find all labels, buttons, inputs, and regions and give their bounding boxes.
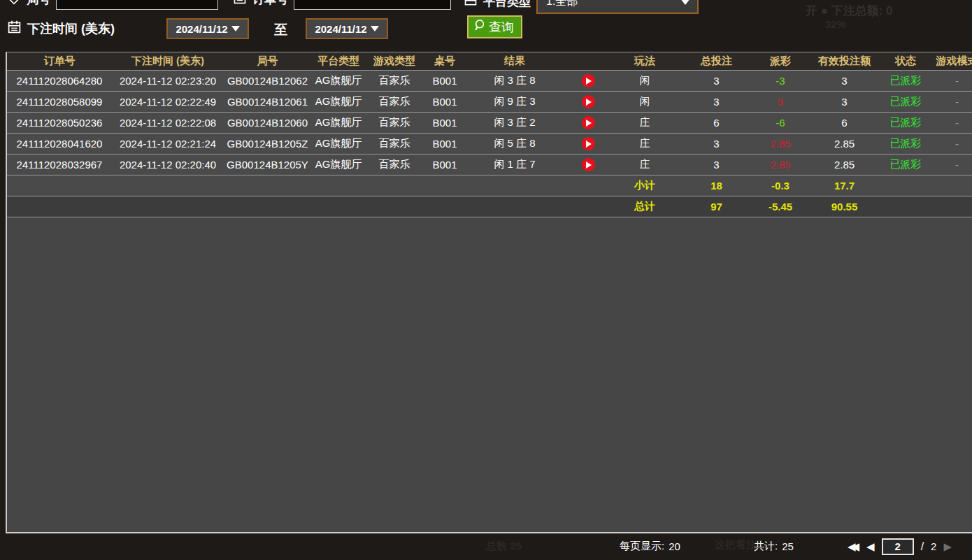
total-valid-bet: 90.55 — [804, 196, 885, 217]
cell-status: 已派彩 — [885, 155, 927, 175]
total-payout: -5.45 — [757, 196, 804, 217]
cell-order: 241112028032967 — [7, 155, 112, 175]
col-header-mode: 游戏模式 — [927, 52, 972, 71]
cell-valid-bet: 2.85 — [804, 134, 885, 155]
play-video-icon[interactable] — [582, 74, 595, 87]
cell-platform: AG旗舰厅 — [311, 92, 366, 113]
cell-table-no: B001 — [423, 155, 466, 175]
cell-result: 闲 1 庄 7 — [466, 155, 563, 175]
search-icon — [473, 18, 487, 36]
filter-bar: 局号 订单号 平台类型 1.全部 下注时间 (美东) 2024/11/12 至 … — [0, 0, 972, 52]
table-row: 241112028041620 2024-11-12 02:21:24 GB00… — [7, 134, 972, 155]
cell-game: 百家乐 — [366, 71, 423, 92]
first-page-icon[interactable]: ◀◀ — [848, 541, 859, 552]
filter-round-number: 局号 — [7, 0, 218, 10]
subtotal-payout: -0.3 — [757, 175, 804, 196]
cell-play: 庄 — [613, 134, 676, 155]
cell-result: 闲 9 庄 3 — [466, 92, 563, 113]
cell-time: 2024-11-12 02:20:40 — [112, 155, 224, 175]
table-row: 241112028032967 2024-11-12 02:20:40 GB00… — [7, 155, 972, 175]
cell-game: 百家乐 — [366, 134, 423, 155]
cell-mode: - — [927, 155, 972, 175]
col-header-round: 局号 — [224, 52, 311, 71]
col-header-game: 游戏类型 — [366, 52, 423, 71]
filter-platform-type: 平台类型 1.全部 — [464, 0, 699, 14]
cell-order: 241112028064280 — [7, 71, 112, 92]
cell-order: 241112028058099 — [7, 92, 112, 113]
cell-total-bet: 3 — [676, 92, 757, 113]
total-count-label: 共计: — [754, 540, 778, 553]
cell-round: GB00124B1205Z — [224, 134, 311, 155]
col-header-payout: 派彩 — [757, 52, 804, 71]
cell-play: 闲 — [613, 92, 676, 113]
per-page-group: 每页显示: 20 — [620, 533, 680, 560]
date-from-value: 2024/11/12 — [176, 23, 227, 35]
list-icon — [233, 0, 247, 8]
col-header-platform: 平台类型 — [311, 52, 366, 71]
cell-mode: - — [927, 92, 972, 113]
cell-round: GB00124B12062 — [224, 71, 311, 92]
date-from-picker[interactable]: 2024/11/12 — [166, 18, 249, 39]
cell-platform: AG旗舰厅 — [311, 134, 366, 155]
date-to-picker[interactable]: 2024/11/12 — [306, 18, 388, 39]
page-separator: / — [921, 540, 924, 553]
order-number-label: 订单号 — [252, 0, 288, 8]
round-number-input[interactable] — [56, 0, 218, 10]
cell-order: 241112028050236 — [7, 113, 112, 134]
query-button[interactable]: 查询 — [467, 15, 522, 38]
cell-payout: 2.85 — [757, 134, 804, 155]
cell-time: 2024-11-12 02:22:49 — [112, 92, 224, 113]
cell-table-no: B001 — [423, 134, 466, 155]
cell-platform: AG旗舰厅 — [311, 113, 366, 134]
col-header-order: 订单号 — [7, 52, 112, 71]
table-row: 241112028064280 2024-11-12 02:23:20 GB00… — [7, 71, 972, 92]
cell-order: 241112028041620 — [7, 134, 112, 155]
total-count-value: 25 — [782, 540, 794, 552]
cell-total-bet: 3 — [676, 71, 757, 92]
per-page-label: 每页显示: — [620, 540, 664, 553]
subtotal-label: 小计 — [613, 175, 676, 196]
play-video-icon[interactable] — [582, 95, 595, 108]
cell-play: 闲 — [613, 71, 676, 92]
cell-game: 百家乐 — [366, 155, 423, 175]
date-to-value: 2024/11/12 — [315, 23, 366, 35]
cell-table-no: B001 — [423, 92, 466, 113]
cell-total-bet: 3 — [676, 155, 757, 175]
cell-mode: - — [927, 134, 972, 155]
page-total: 2 — [931, 540, 936, 552]
cell-valid-bet: 3 — [804, 92, 885, 113]
total-count-group: 共计: 25 — [754, 533, 794, 560]
cell-result: 闲 3 庄 2 — [466, 113, 563, 134]
cell-result: 闲 3 庄 8 — [466, 71, 563, 92]
next-page-icon[interactable]: ▶ — [943, 541, 952, 552]
play-video-icon[interactable] — [582, 137, 595, 150]
chevron-down-icon — [680, 0, 690, 5]
pagination-bar: 每页显示: 20 共计: 25 ◀◀ ◀ / 2 ▶ — [0, 533, 972, 560]
filter-order-number: 订单号 — [233, 0, 451, 10]
col-header-time: 下注时间 (美东) — [112, 52, 224, 71]
play-video-icon[interactable] — [582, 116, 595, 129]
cards-icon — [464, 0, 478, 10]
cell-valid-bet: 2.85 — [804, 155, 885, 175]
cell-table-no: B001 — [423, 113, 466, 134]
total-total-bet: 97 — [676, 196, 757, 217]
previous-page-icon[interactable]: ◀ — [866, 541, 875, 552]
cell-status: 已派彩 — [885, 113, 927, 134]
cell-mode: - — [927, 71, 972, 92]
page-number-input[interactable] — [882, 538, 914, 555]
cell-total-bet: 3 — [676, 134, 757, 155]
cell-game: 百家乐 — [366, 92, 423, 113]
cell-status: 已派彩 — [885, 134, 927, 155]
cell-game: 百家乐 — [366, 113, 423, 134]
col-header-result: 结果 — [466, 52, 563, 71]
table-header-row: 订单号 下注时间 (美东) 局号 平台类型 游戏类型 桌号 结果 玩法 总投注 … — [7, 52, 972, 71]
order-number-input[interactable] — [294, 0, 451, 10]
col-header-status: 状态 — [885, 52, 927, 71]
play-video-icon[interactable] — [582, 158, 595, 171]
cell-round: GB00124B1205Y — [224, 155, 311, 175]
cell-result: 闲 5 庄 8 — [466, 134, 563, 155]
col-header-total-bet: 总投注 — [676, 52, 757, 71]
cell-time: 2024-11-12 02:21:24 — [112, 134, 224, 155]
filter-bet-time: 下注时间 (美东) — [7, 20, 115, 37]
platform-type-select[interactable]: 1.全部 — [536, 0, 699, 14]
